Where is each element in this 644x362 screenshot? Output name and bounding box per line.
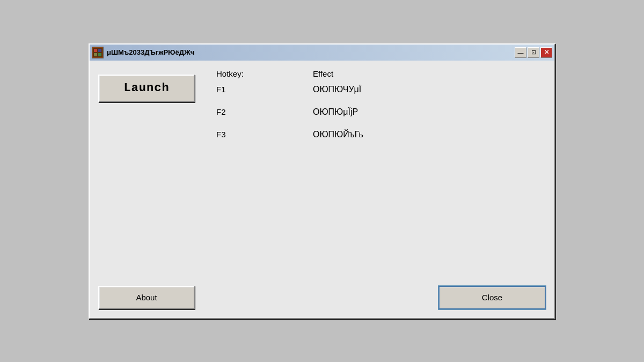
window-controls: — ⊡ ✕ xyxy=(515,47,552,58)
hotkey-f1: F1 xyxy=(216,85,313,94)
effect-f2: ОЮПЮμЇjР xyxy=(313,107,546,117)
hotkey-f2: F2 xyxy=(216,107,313,116)
svg-rect-2 xyxy=(98,49,101,52)
hotkey-f3: F3 xyxy=(216,130,313,139)
launch-button[interactable]: Launch xyxy=(98,75,195,102)
left-panel: Launch xyxy=(98,69,206,102)
header-effect: Effect xyxy=(313,69,546,78)
app-icon xyxy=(92,47,104,58)
hotkey-table: Hotkey: Effect F1 ОЮПЮЧУμЇ F2 ОЮПЮμЇjР xyxy=(216,69,546,139)
bottom-section: About Close xyxy=(98,280,546,309)
top-section: Launch Hotkey: Effect F1 ОЮПЮЧУμЇ xyxy=(98,69,546,270)
minimize-button[interactable]: — xyxy=(515,47,526,58)
table-header: Hotkey: Effect xyxy=(216,69,546,78)
table-row: F3 ОЮПЮЙъГь xyxy=(216,130,546,139)
table-row: F1 ОЮПЮЧУμЇ xyxy=(216,85,546,94)
restore-button[interactable]: ⊡ xyxy=(528,47,539,58)
header-hotkey: Hotkey: xyxy=(216,69,313,78)
close-button[interactable]: Close xyxy=(438,286,546,309)
effect-f1: ОЮПЮЧУμЇ xyxy=(313,85,546,94)
window-title: μШМъ2033ДЪгжРЮёДЖч xyxy=(107,48,515,56)
hotkey-panel: Hotkey: Effect F1 ОЮПЮЧУμЇ F2 ОЮПЮμЇjР xyxy=(206,69,546,152)
main-window: μШМъ2033ДЪгжРЮёДЖч — ⊡ ✕ Launch Hotkey: … xyxy=(89,43,555,319)
window-body: Launch Hotkey: Effect F1 ОЮПЮЧУμЇ xyxy=(90,61,554,318)
svg-rect-1 xyxy=(94,49,97,52)
about-button[interactable]: About xyxy=(98,286,195,309)
table-row: F2 ОЮПЮμЇjР xyxy=(216,107,546,117)
window-close-button[interactable]: ✕ xyxy=(540,47,552,58)
svg-rect-3 xyxy=(94,53,97,56)
effect-f3: ОЮПЮЙъГь xyxy=(313,130,546,139)
svg-rect-4 xyxy=(98,53,101,56)
title-bar: μШМъ2033ДЪгжРЮёДЖч — ⊡ ✕ xyxy=(90,45,554,61)
